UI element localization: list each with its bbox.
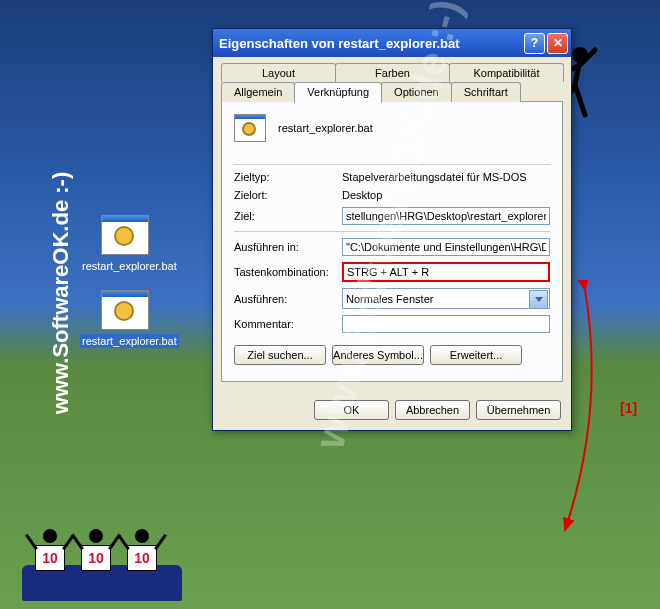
judges: 10 10 10 — [30, 529, 162, 591]
watermark-left: www.SoftwareOK.de :-) — [48, 172, 74, 414]
help-button[interactable]: ? — [524, 33, 545, 54]
bat-file-icon — [101, 215, 149, 255]
kommentar-input[interactable] — [342, 315, 550, 333]
ausfuehren-in-label: Ausführen in: — [234, 241, 342, 253]
desktop-icon-2[interactable]: restart_explorer.bat — [80, 290, 170, 348]
tastenkombination-label: Tastenkombination: — [234, 266, 342, 278]
zielort-value: Desktop — [342, 189, 550, 201]
titlebar[interactable]: Eigenschaften von restart_explorer.bat ?… — [213, 29, 571, 57]
tab-verknuepfung[interactable]: Verknüpfung — [294, 82, 382, 103]
properties-dialog: Eigenschaften von restart_explorer.bat ?… — [212, 28, 572, 431]
tab-layout[interactable]: Layout — [221, 63, 336, 82]
close-button[interactable]: ✕ — [547, 33, 568, 54]
file-type-icon — [234, 114, 266, 142]
anderes-symbol-button[interactable]: Anderes Symbol... — [332, 345, 424, 365]
dialog-title: Eigenschaften von restart_explorer.bat — [219, 36, 522, 51]
file-name: restart_explorer.bat — [278, 122, 373, 134]
tastenkombination-input[interactable] — [342, 262, 550, 282]
ok-button[interactable]: OK — [314, 400, 389, 420]
tab-kompatibilitaet[interactable]: Kompatibilität — [449, 63, 564, 82]
ziel-input[interactable] — [342, 207, 550, 225]
desktop-icon-label: restart_explorer.bat — [80, 334, 179, 348]
ausfuehren-in-input[interactable] — [342, 238, 550, 256]
desktop-icon-label: restart_explorer.bat — [80, 259, 179, 273]
uebernehmen-button[interactable]: Übernehmen — [476, 400, 561, 420]
ziel-suchen-button[interactable]: Ziel suchen... — [234, 345, 326, 365]
zieltyp-label: Zieltyp: — [234, 171, 342, 183]
erweitert-button[interactable]: Erweitert... — [430, 345, 522, 365]
ziel-label: Ziel: — [234, 210, 342, 222]
abbrechen-button[interactable]: Abbrechen — [395, 400, 470, 420]
zielort-label: Zielort: — [234, 189, 342, 201]
tab-optionen[interactable]: Optionen — [381, 82, 452, 102]
tab-farben[interactable]: Farben — [335, 63, 450, 82]
kommentar-label: Kommentar: — [234, 318, 342, 330]
bat-file-icon — [101, 290, 149, 330]
tab-content: restart_explorer.bat Zieltyp: Stapelvera… — [221, 101, 563, 382]
tab-allgemein[interactable]: Allgemein — [221, 82, 295, 102]
desktop-icon-1[interactable]: restart_explorer.bat — [80, 215, 170, 273]
ausfuehren-select[interactable]: Normales Fenster — [342, 288, 550, 309]
zieltyp-value: Stapelverarbeitungsdatei für MS-DOS — [342, 171, 550, 183]
ausfuehren-label: Ausführen: — [234, 293, 342, 305]
annotation-label: [1] — [620, 400, 637, 416]
tab-schriftart[interactable]: Schriftart — [451, 82, 521, 102]
